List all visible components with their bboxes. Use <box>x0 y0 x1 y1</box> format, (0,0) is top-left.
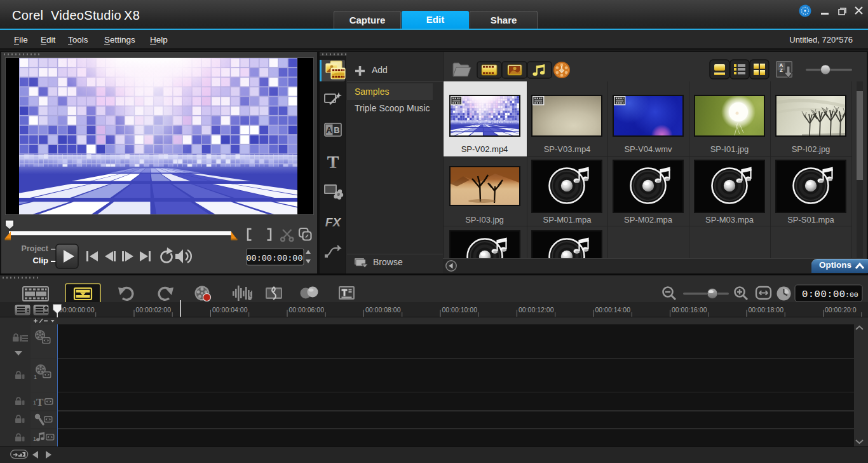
svg-text:00:00:12:00: 00:00:12:00 <box>519 306 554 314</box>
svg-text:00:00:04:00: 00:00:04:00 <box>212 306 248 314</box>
svg-text:A: A <box>326 125 332 135</box>
svg-text:Z: Z <box>780 67 783 73</box>
svg-text:00:00:14:00: 00:00:14:00 <box>595 306 631 314</box>
svg-text:00:00:00:00: 00:00:00:00 <box>59 306 95 314</box>
svg-text:00:00:06:00: 00:00:06:00 <box>289 306 325 314</box>
svg-text:00:00:00:00: 00:00:00:00 <box>246 254 302 263</box>
svg-text:00:00:10:00: 00:00:10:00 <box>442 306 478 314</box>
svg-text:00:00:16:00: 00:00:16:00 <box>672 306 707 314</box>
svg-text:00:00:08:00: 00:00:08:00 <box>365 306 401 314</box>
svg-text:00:00:18:00: 00:00:18:00 <box>749 306 784 314</box>
svg-text::00: :00 <box>845 291 858 299</box>
svg-text:T: T <box>327 152 339 172</box>
svg-text:0:00:00: 0:00:00 <box>802 289 846 300</box>
svg-text:FX: FX <box>325 216 342 229</box>
svg-text:00:00:02:00: 00:00:02:00 <box>136 306 172 314</box>
svg-text:00:00:20:0: 00:00:20:0 <box>825 306 857 314</box>
svg-text:B: B <box>334 125 339 135</box>
